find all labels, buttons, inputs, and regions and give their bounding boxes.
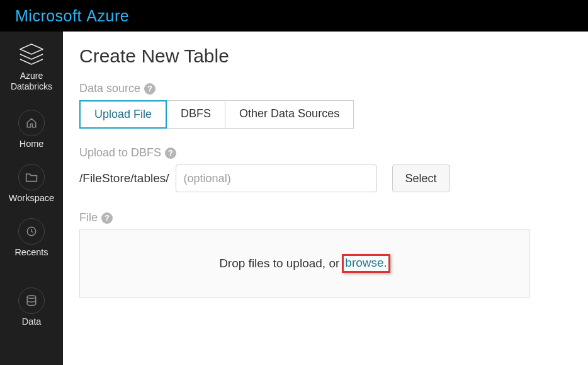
brand-logo: Microsoft Azure: [15, 7, 129, 25]
sidebar-item-recents[interactable]: Recents: [14, 218, 48, 257]
main-content: Create New Table Data source ? Upload Fi…: [63, 32, 588, 365]
path-prefix: /FileStore/tables/: [79, 171, 169, 185]
section-label-text: File: [79, 211, 98, 224]
brand-part2: Azure: [86, 7, 129, 25]
brand-part1: Microsoft: [15, 7, 86, 25]
select-button[interactable]: Select: [392, 165, 450, 192]
sidebar: Azure Databricks Home Workspace Recents: [0, 32, 63, 365]
clock-icon: [26, 226, 37, 237]
top-bar: Microsoft Azure: [0, 0, 588, 32]
data-source-tabs: Upload File DBFS Other Data Sources: [79, 100, 565, 129]
drop-zone-text: Drop files to upload, or: [219, 257, 339, 270]
sidebar-item-label: Recents: [14, 247, 48, 257]
sidebar-item-label: Data: [22, 316, 42, 327]
file-drop-zone[interactable]: Drop files to upload, or browse.: [79, 229, 530, 298]
sidebar-item-data[interactable]: Data: [18, 287, 45, 327]
browse-highlight: browse.: [342, 254, 390, 273]
page-title: Create New Table: [79, 45, 565, 67]
sidebar-product[interactable]: Azure Databricks: [11, 43, 52, 92]
home-icon: [26, 117, 37, 129]
file-label: File ?: [79, 211, 565, 224]
svg-point-1: [27, 295, 36, 298]
help-icon[interactable]: ?: [144, 83, 155, 95]
section-label-text: Upload to DBFS: [79, 146, 161, 159]
sidebar-product-label: Azure Databricks: [11, 71, 52, 92]
tab-other-sources[interactable]: Other Data Sources: [225, 100, 354, 129]
data-source-label: Data source ?: [79, 82, 565, 95]
sidebar-item-label: Workspace: [9, 193, 54, 203]
tab-dbfs[interactable]: DBFS: [166, 100, 225, 129]
section-label-text: Data source: [79, 82, 140, 95]
sidebar-item-workspace[interactable]: Workspace: [9, 164, 54, 203]
browse-link[interactable]: browse.: [345, 256, 387, 269]
help-icon[interactable]: ?: [165, 148, 176, 159]
databricks-icon: [18, 43, 45, 68]
tab-upload-file[interactable]: Upload File: [79, 100, 167, 129]
path-input[interactable]: [176, 165, 377, 192]
database-icon: [26, 294, 37, 307]
upload-path-row: /FileStore/tables/ Select: [79, 165, 565, 192]
upload-to-dbfs-label: Upload to DBFS ?: [79, 146, 565, 159]
sidebar-item-home[interactable]: Home: [18, 110, 45, 149]
sidebar-item-label: Home: [20, 139, 44, 149]
folder-icon: [25, 171, 38, 183]
help-icon[interactable]: ?: [101, 212, 113, 224]
